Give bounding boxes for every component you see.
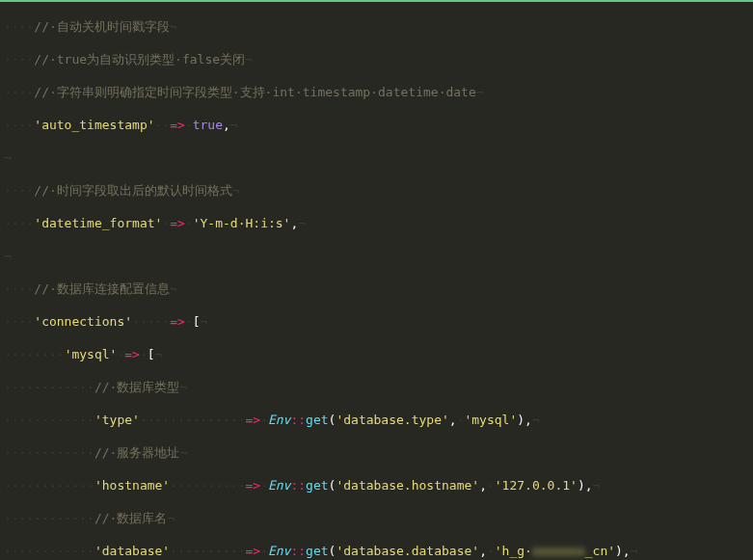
code-line: ············//·服务器地址¬	[4, 444, 749, 461]
code-line: ····'connections'·····=>·[¬	[4, 313, 749, 330]
code-line: ············//·数据库名¬	[4, 510, 749, 526]
code-line: ····//·时间字段取出后的默认时间格式¬	[4, 182, 749, 199]
code-editor[interactable]: ····//·自动关机时间戳字段¬ ····//·true为自动识别类型·fal…	[0, 2, 753, 560]
code-line: ····'datetime_format'·=>·'Y-m-d·H:i:s',¬	[4, 215, 749, 231]
code-line: ············//·数据库类型¬	[4, 379, 749, 395]
code-line: ············'type'··············=>·Env::…	[4, 412, 749, 428]
redacted-text: xxxxxxx	[532, 544, 585, 558]
code-line: ····//·字符串则明确指定时间字段类型·支持·int·timestamp·d…	[4, 84, 749, 100]
code-line: ············'hostname'··········=>·Env::…	[4, 477, 749, 493]
code-line: ········'mysql'·=>·[¬	[4, 346, 749, 362]
code-line: ····//·自动关机时间戳字段¬	[4, 18, 749, 35]
code-line: ············'database'··········=>·Env::…	[4, 543, 749, 559]
code-line: ····//·数据库连接配置信息¬	[4, 280, 749, 297]
code-line: ¬	[4, 248, 749, 264]
code-line: ····'auto_timestamp'··=>·true,¬	[4, 117, 749, 133]
code-line: ¬	[4, 149, 749, 166]
code-line: ····//·true为自动识别类型·false关闭¬	[4, 51, 749, 67]
